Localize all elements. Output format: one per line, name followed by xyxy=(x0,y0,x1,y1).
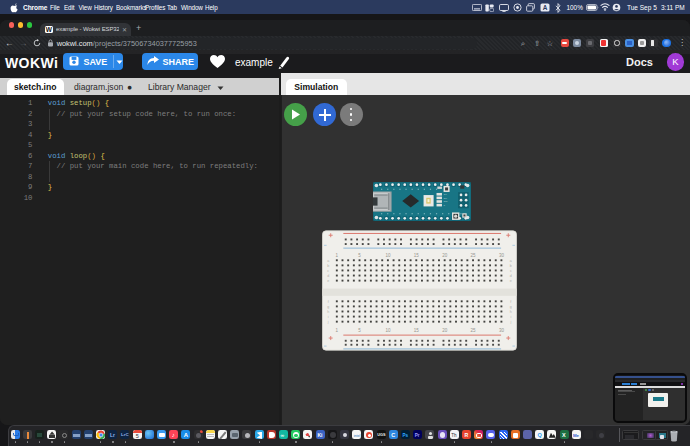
svg-text:h: h xyxy=(327,310,329,314)
svg-text:20: 20 xyxy=(442,327,448,332)
svg-text:g: g xyxy=(327,304,329,308)
svg-text:b: b xyxy=(509,263,511,267)
svg-text:h: h xyxy=(509,310,511,314)
svg-text:15: 15 xyxy=(413,252,419,257)
svg-text:TX: TX xyxy=(443,193,446,195)
svg-text:g: g xyxy=(509,304,511,308)
svg-text:15: 15 xyxy=(413,327,419,332)
svg-text:j: j xyxy=(509,320,511,324)
svg-text:a: a xyxy=(327,258,329,262)
svg-text:d: d xyxy=(327,274,329,278)
svg-text:25: 25 xyxy=(470,327,476,332)
svg-text:10: 10 xyxy=(385,252,391,257)
svg-text:30: 30 xyxy=(499,252,505,257)
svg-text:30: 30 xyxy=(499,327,505,332)
svg-text:f: f xyxy=(327,299,328,303)
svg-text:10: 10 xyxy=(385,327,391,332)
svg-text:RX: RX xyxy=(443,197,447,199)
svg-text:f: f xyxy=(510,299,511,303)
svg-text:e: e xyxy=(509,279,511,283)
svg-text:j: j xyxy=(326,320,328,324)
svg-text:c: c xyxy=(510,269,512,273)
svg-text:d: d xyxy=(509,274,511,278)
svg-text:b: b xyxy=(327,263,329,267)
svg-text:A: A xyxy=(543,4,548,11)
svg-text:a: a xyxy=(509,258,511,262)
svg-text:25: 25 xyxy=(470,252,476,257)
svg-text:e: e xyxy=(327,279,329,283)
svg-text:20: 20 xyxy=(442,252,448,257)
svg-text:c: c xyxy=(327,269,329,273)
